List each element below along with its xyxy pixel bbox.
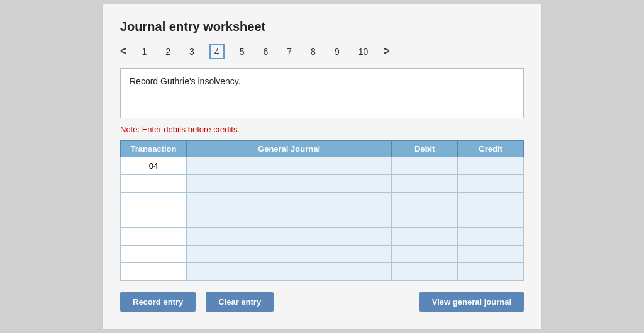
page-5[interactable]: 5 — [236, 45, 248, 58]
page-4[interactable]: 4 — [209, 44, 225, 59]
prev-arrow[interactable]: < — [120, 45, 127, 58]
general-journal-cell[interactable] — [186, 174, 391, 192]
transaction-cell — [121, 227, 187, 245]
page-2[interactable]: 2 — [162, 45, 174, 58]
general-journal-cell[interactable] — [186, 157, 391, 174]
page-7[interactable]: 7 — [283, 45, 296, 58]
record-entry-button[interactable]: Record entry — [120, 292, 196, 312]
col-header-debit: Debit — [392, 140, 458, 157]
table-row[interactable] — [121, 245, 524, 262]
page-3[interactable]: 3 — [186, 45, 198, 58]
pagination: < 1 2 3 4 5 6 7 8 9 10 > — [120, 44, 524, 59]
col-header-transaction: Transaction — [121, 140, 187, 157]
general-journal-cell[interactable] — [186, 192, 391, 210]
transaction-cell: 04 — [121, 157, 187, 174]
instruction-text: Record Guthrie's insolvency. — [130, 76, 241, 86]
action-buttons: Record entry Clear entry View general jo… — [120, 292, 524, 312]
table-row[interactable] — [121, 262, 524, 280]
next-arrow[interactable]: > — [383, 45, 390, 58]
credit-cell[interactable] — [458, 245, 524, 262]
view-general-journal-button[interactable]: View general journal — [419, 292, 524, 312]
col-header-general: General Journal — [186, 140, 391, 157]
credit-cell[interactable] — [458, 192, 524, 210]
page-title: Journal entry worksheet — [120, 20, 524, 34]
worksheet-container: Journal entry worksheet < 1 2 3 4 5 6 7 … — [102, 4, 542, 330]
credit-cell[interactable] — [458, 210, 524, 227]
credit-cell[interactable] — [458, 157, 524, 174]
transaction-cell — [121, 174, 187, 192]
table-row[interactable] — [121, 227, 524, 245]
page-1[interactable]: 1 — [138, 45, 151, 58]
transaction-cell — [121, 262, 187, 280]
general-journal-cell[interactable] — [186, 227, 391, 245]
debit-cell[interactable] — [392, 245, 458, 262]
journal-table: Transaction General Journal Debit Credit… — [120, 140, 524, 281]
credit-cell[interactable] — [458, 262, 524, 280]
table-row[interactable] — [121, 210, 524, 227]
debit-cell[interactable] — [392, 262, 458, 280]
page-10[interactable]: 10 — [355, 45, 372, 58]
debit-cell[interactable] — [392, 192, 458, 210]
credit-cell[interactable] — [458, 227, 524, 245]
general-journal-cell[interactable] — [186, 262, 391, 280]
debit-cell[interactable] — [392, 210, 458, 227]
transaction-cell — [121, 192, 187, 210]
instruction-box: Record Guthrie's insolvency. — [120, 68, 524, 118]
table-row[interactable] — [121, 174, 524, 192]
debit-cell[interactable] — [392, 227, 458, 245]
general-journal-cell[interactable] — [186, 245, 391, 262]
table-row[interactable]: 04 — [121, 157, 524, 174]
page-9[interactable]: 9 — [331, 45, 343, 58]
debit-cell[interactable] — [392, 174, 458, 192]
general-journal-cell[interactable] — [186, 210, 391, 227]
transaction-cell — [121, 245, 187, 262]
credit-cell[interactable] — [458, 174, 524, 192]
clear-entry-button[interactable]: Clear entry — [206, 292, 274, 312]
page-6[interactable]: 6 — [260, 45, 272, 58]
col-header-credit: Credit — [458, 140, 524, 157]
table-row[interactable] — [121, 192, 524, 210]
debit-cell[interactable] — [392, 157, 458, 174]
note-text: Note: Enter debits before credits. — [120, 125, 524, 134]
page-8[interactable]: 8 — [307, 45, 319, 58]
transaction-cell — [121, 210, 187, 227]
